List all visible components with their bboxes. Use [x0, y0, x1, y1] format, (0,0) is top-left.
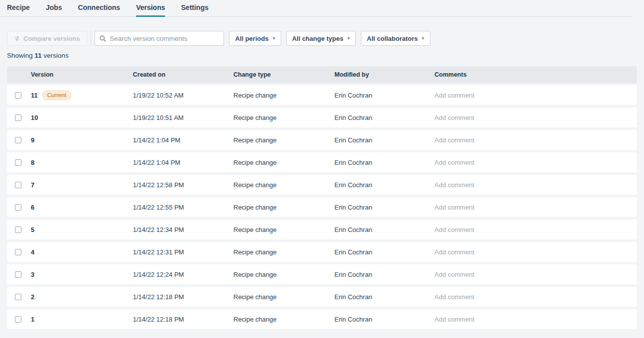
row-checkbox[interactable]: [15, 226, 21, 233]
filter-all-periods[interactable]: All periods ▾: [229, 31, 281, 46]
add-comment-button[interactable]: Add comment: [434, 159, 474, 166]
modified-by: Erin Cochran: [334, 159, 434, 166]
modified-by: Erin Cochran: [334, 316, 434, 323]
search-box: [95, 31, 224, 46]
created-on: 1/14/22 12:24 PM: [133, 271, 233, 278]
versions-toolbar: Compare versions All periods ▾ All chang…: [7, 31, 644, 46]
summary-prefix: Showing: [7, 52, 33, 59]
filter-all-collaborators-label: All collaborators: [367, 35, 418, 42]
row-checkbox[interactable]: [15, 137, 21, 143]
add-comment-button[interactable]: Add comment: [434, 92, 474, 99]
table-row: 5 1/14/22 12:34 PM Recipe change Erin Co…: [7, 220, 637, 239]
row-checkbox[interactable]: [15, 182, 21, 188]
version-number: 1: [31, 316, 34, 323]
modified-by: Erin Cochran: [334, 181, 434, 189]
table-row: 4 1/14/22 12:31 PM Recipe change Erin Co…: [7, 242, 637, 262]
add-comment-button[interactable]: Add comment: [434, 114, 474, 121]
tab-recipe[interactable]: Recipe: [7, 0, 30, 16]
created-on: 1/14/22 12:31 PM: [133, 248, 233, 256]
table-body: 11 Current 1/19/22 10:52 AM Recipe chang…: [7, 85, 637, 329]
compare-icon: [14, 36, 20, 41]
change-type: Recipe change: [233, 159, 334, 166]
row-checkbox[interactable]: [15, 249, 21, 255]
modified-by: Erin Cochran: [334, 114, 434, 121]
column-header-modified-by: Modified by: [334, 71, 434, 78]
row-checkbox[interactable]: [15, 92, 21, 99]
tab-versions[interactable]: Versions: [136, 0, 165, 16]
change-type: Recipe change: [233, 271, 334, 278]
add-comment-button[interactable]: Add comment: [434, 316, 474, 323]
filter-all-change-types-label: All change types: [292, 35, 343, 42]
chevron-down-icon: ▾: [273, 36, 275, 41]
version-number: 7: [31, 181, 34, 189]
column-header-created-on: Created on: [133, 71, 233, 78]
version-number: 2: [31, 293, 34, 301]
created-on: 1/14/22 1:04 PM: [133, 159, 233, 166]
created-on: 1/14/22 12:34 PM: [133, 226, 233, 233]
change-type: Recipe change: [233, 204, 334, 211]
add-comment-button[interactable]: Add comment: [434, 226, 474, 233]
table-row: 10 1/19/22 10:51 AM Recipe change Erin C…: [7, 108, 637, 127]
modified-by: Erin Cochran: [334, 248, 434, 256]
change-type: Recipe change: [233, 226, 334, 233]
add-comment-button[interactable]: Add comment: [434, 204, 474, 211]
row-checkbox[interactable]: [15, 316, 21, 323]
change-type: Recipe change: [233, 92, 334, 99]
change-type: Recipe change: [233, 293, 334, 301]
change-type: Recipe change: [233, 248, 334, 256]
version-number: 5: [31, 226, 34, 233]
row-checkbox[interactable]: [15, 114, 21, 121]
modified-by: Erin Cochran: [334, 204, 434, 211]
modified-by: Erin Cochran: [334, 293, 434, 301]
add-comment-button[interactable]: Add comment: [434, 271, 474, 278]
version-number: 9: [31, 136, 34, 144]
tab-bar: Recipe Jobs Connections Versions Setting…: [0, 0, 632, 17]
version-number: 3: [31, 271, 34, 278]
search-icon: [100, 35, 106, 42]
modified-by: Erin Cochran: [334, 92, 434, 99]
chevron-down-icon: ▾: [347, 36, 350, 41]
version-number: 8: [31, 159, 34, 166]
row-checkbox[interactable]: [15, 204, 21, 211]
change-type: Recipe change: [233, 181, 334, 189]
change-type: Recipe change: [233, 114, 334, 121]
table-row: 9 1/14/22 1:04 PM Recipe change Erin Coc…: [7, 130, 637, 150]
column-header-version: Version: [31, 71, 133, 78]
tab-jobs[interactable]: Jobs: [46, 0, 62, 16]
filter-all-collaborators[interactable]: All collaborators ▾: [361, 31, 430, 46]
table-row: 6 1/14/22 12:55 PM Recipe change Erin Co…: [7, 197, 637, 217]
filter-all-change-types[interactable]: All change types ▾: [286, 31, 356, 46]
toolbar-divider: [91, 31, 91, 46]
versions-count-summary: Showing 11 versions: [7, 52, 644, 59]
row-checkbox[interactable]: [15, 159, 21, 166]
table-row: 1 1/14/22 12:18 PM Recipe change Erin Co…: [7, 309, 637, 329]
row-checkbox[interactable]: [15, 271, 21, 278]
modified-by: Erin Cochran: [334, 271, 434, 278]
add-comment-button[interactable]: Add comment: [434, 181, 474, 189]
created-on: 1/14/22 1:04 PM: [133, 136, 233, 144]
compare-versions-label: Compare versions: [23, 35, 80, 42]
modified-by: Erin Cochran: [334, 226, 434, 233]
tab-settings[interactable]: Settings: [181, 0, 209, 16]
column-header-change-type: Change type: [233, 71, 334, 78]
add-comment-button[interactable]: Add comment: [434, 136, 474, 144]
versions-table: Version Created on Change type Modified …: [7, 66, 637, 329]
compare-versions-button[interactable]: Compare versions: [7, 31, 87, 46]
created-on: 1/14/22 12:55 PM: [133, 204, 233, 211]
column-header-comments: Comments: [434, 71, 637, 78]
add-comment-button[interactable]: Add comment: [434, 248, 474, 256]
table-row: 3 1/14/22 12:24 PM Recipe change Erin Co…: [7, 264, 637, 284]
tab-connections[interactable]: Connections: [78, 0, 120, 16]
version-number: 10: [31, 114, 38, 121]
change-type: Recipe change: [233, 316, 334, 323]
version-number: 6: [31, 204, 34, 211]
current-badge: Current: [42, 91, 71, 100]
modified-by: Erin Cochran: [334, 136, 434, 144]
add-comment-button[interactable]: Add comment: [434, 293, 474, 301]
chevron-down-icon: ▾: [422, 36, 425, 41]
search-input[interactable]: [109, 35, 219, 42]
row-checkbox[interactable]: [15, 294, 21, 300]
created-on: 1/19/22 10:52 AM: [133, 92, 233, 99]
created-on: 1/14/22 12:58 PM: [133, 181, 233, 189]
version-number: 4: [31, 248, 34, 256]
